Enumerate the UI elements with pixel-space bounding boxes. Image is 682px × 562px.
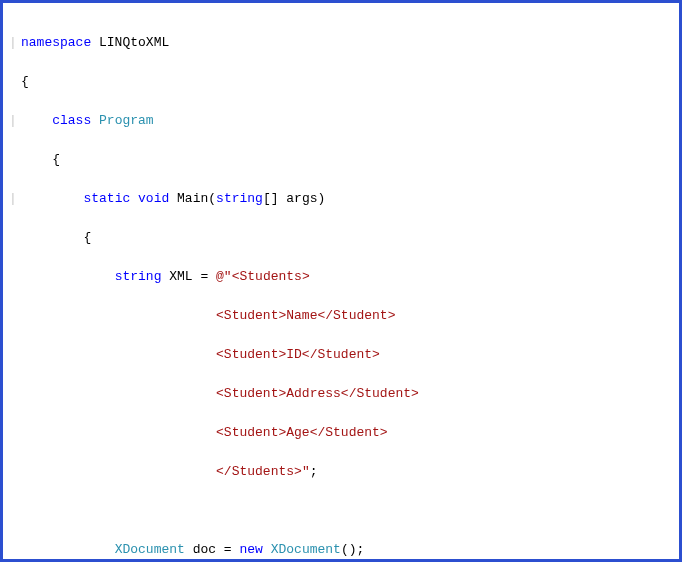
fold-gutter [9, 501, 21, 521]
string-literal: </Students>" [216, 464, 310, 479]
text: [] args) [263, 191, 325, 206]
code-line: <Student>Name</Student> [9, 306, 673, 326]
string-literal: <Student>Name</Student> [216, 308, 395, 323]
quote: " [224, 269, 232, 284]
verbatim-prefix: @ [216, 269, 224, 284]
text: Main( [169, 191, 216, 206]
fold-gutter [9, 267, 21, 287]
keyword: namespace [21, 35, 91, 50]
code-line: { [9, 150, 673, 170]
fold-gutter [9, 462, 21, 482]
fold-gutter [9, 72, 21, 92]
code-line: </Students>"; [9, 462, 673, 482]
string-literal: <Student>Age</Student> [216, 425, 388, 440]
fold-gutter [9, 384, 21, 404]
code-line: <Student>Age</Student> [9, 423, 673, 443]
fold-gutter [9, 306, 21, 326]
code-line: { [9, 228, 673, 248]
keyword: static [83, 191, 130, 206]
code-line [9, 501, 673, 521]
fold-gutter [9, 150, 21, 170]
typename: Program [99, 113, 154, 128]
text: ; [310, 464, 318, 479]
brace: { [52, 152, 60, 167]
string-literal: @"<Students> [216, 269, 310, 284]
fold-gutter: | [9, 33, 21, 53]
xml-text: <Students> [232, 269, 310, 284]
string-literal: <Student>Address</Student> [216, 386, 419, 401]
fold-gutter [9, 423, 21, 443]
brace: { [83, 230, 91, 245]
keyword: string [115, 269, 162, 284]
brace: { [21, 74, 29, 89]
typename: XDocument [271, 542, 341, 557]
code-line: |namespace LINQtoXML [9, 33, 673, 53]
code-line: { [9, 72, 673, 92]
quote: " [302, 464, 310, 479]
string-literal: <Student>ID</Student> [216, 347, 380, 362]
code-frame: |namespace LINQtoXML { | class Program {… [0, 0, 682, 562]
fold-gutter [9, 345, 21, 365]
code-line: <Student>ID</Student> [9, 345, 673, 365]
text: LINQtoXML [91, 35, 169, 50]
code-block: |namespace LINQtoXML { | class Program {… [9, 13, 673, 562]
code-line: string XML = @"<Students> [9, 267, 673, 287]
code-line: | static void Main(string[] args) [9, 189, 673, 209]
keyword: void [138, 191, 169, 206]
code-line: XDocument doc = new XDocument(); [9, 540, 673, 560]
fold-gutter: | [9, 189, 21, 209]
text: (); [341, 542, 364, 557]
xml-text: </Students> [216, 464, 302, 479]
code-line: <Student>Address</Student> [9, 384, 673, 404]
keyword: class [52, 113, 91, 128]
keyword: string [216, 191, 263, 206]
text: XML = [161, 269, 216, 284]
fold-gutter [9, 540, 21, 560]
typename: XDocument [115, 542, 185, 557]
fold-gutter: | [9, 111, 21, 131]
keyword: new [239, 542, 262, 557]
text: doc = [185, 542, 240, 557]
fold-gutter [9, 228, 21, 248]
code-line: | class Program [9, 111, 673, 131]
